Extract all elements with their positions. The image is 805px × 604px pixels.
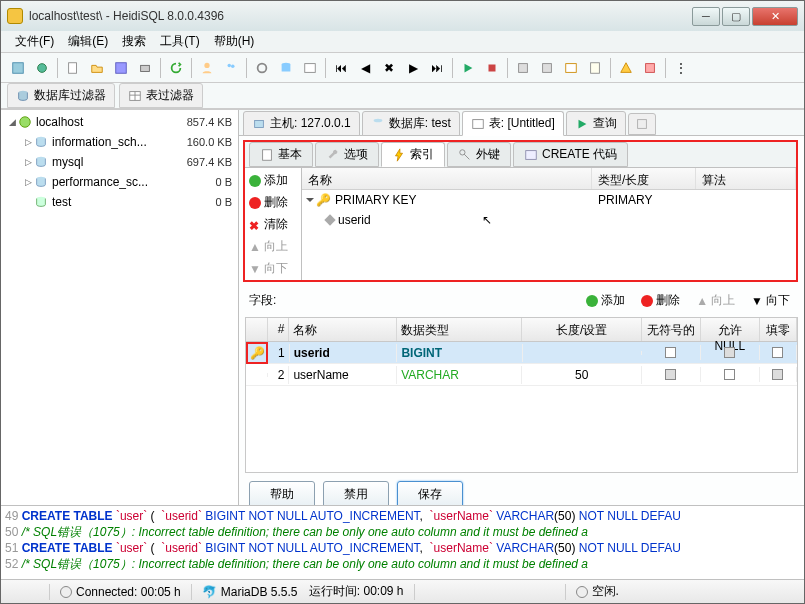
tool-run-icon[interactable] [457, 57, 479, 79]
tool-db-icon[interactable] [275, 57, 297, 79]
col-header-zerofill[interactable]: 填零 [760, 318, 797, 341]
expand-icon[interactable]: ▷ [23, 137, 34, 148]
subtab-indexes[interactable]: 索引 [381, 142, 445, 167]
column-row-userid[interactable]: 🔑 1 userid BIGINT [246, 342, 797, 364]
svg-rect-17 [646, 63, 655, 72]
subtab-create-code[interactable]: CREATE 代码 [513, 142, 628, 167]
tool-alert-icon[interactable] [615, 57, 637, 79]
tool-table-icon[interactable] [299, 57, 321, 79]
null-checkbox[interactable] [724, 369, 735, 380]
subtab-foreign-keys[interactable]: 外键 [447, 142, 511, 167]
help-button[interactable]: 帮助 [249, 481, 315, 505]
menu-edit[interactable]: 编辑(E) [62, 31, 114, 52]
menu-tools[interactable]: 工具(T) [154, 31, 205, 52]
expand-icon[interactable]: ▷ [23, 177, 34, 188]
menu-file[interactable]: 文件(F) [9, 31, 60, 52]
menu-help[interactable]: 帮助(H) [208, 31, 261, 52]
tool-print-icon[interactable] [134, 57, 156, 79]
field-delete-button[interactable]: 删除 [637, 290, 684, 311]
tool-new-file-icon[interactable] [62, 57, 84, 79]
expand-icon[interactable]: ▷ [23, 157, 34, 168]
close-button[interactable]: ✕ [752, 7, 798, 26]
collapse-icon[interactable]: ◢ [7, 117, 18, 128]
tool-import-icon[interactable] [536, 57, 558, 79]
zerofill-checkbox[interactable] [772, 369, 783, 380]
tab-database[interactable]: 数据库: test [362, 111, 460, 136]
tree-db-mysql[interactable]: ▷ mysql 697.4 KB [3, 152, 236, 172]
tool-refresh-icon[interactable] [165, 57, 187, 79]
menu-search[interactable]: 搜索 [116, 31, 152, 52]
tree-db-size: 0 B [215, 196, 232, 208]
tool-stop-icon[interactable] [481, 57, 503, 79]
unsigned-checkbox[interactable] [665, 347, 676, 358]
maximize-button[interactable]: ▢ [722, 7, 750, 26]
tool-prev-icon[interactable]: ◀ [354, 57, 376, 79]
tree-db-information-schema[interactable]: ▷ information_sch... 160.0 KB [3, 132, 236, 152]
col-type[interactable]: BIGINT [397, 344, 522, 362]
col-header-unsigned[interactable]: 无符号的 [642, 318, 701, 341]
tool-cancel-icon[interactable]: ✖ [378, 57, 400, 79]
index-add-button[interactable]: 添加 [247, 170, 299, 191]
index-row-primary-key[interactable]: 🔑PRIMARY KEY PRIMARY [302, 190, 796, 210]
column-row-username[interactable]: 2 userName VARCHAR 50 [246, 364, 797, 386]
index-column-row[interactable]: userid ↖ [302, 210, 796, 230]
save-button[interactable]: 保存 [397, 481, 463, 505]
col-header-key[interactable] [246, 318, 268, 341]
tool-users-icon[interactable] [220, 57, 242, 79]
triangle-down-icon: ▼ [249, 262, 261, 276]
col-name[interactable]: userName [289, 366, 397, 384]
col-header-null[interactable]: 允许NULL [701, 318, 760, 341]
index-grid[interactable]: 名称 类型/长度 算法 🔑PRIMARY KEY PRIMARY userid … [301, 168, 796, 280]
tool-log-icon[interactable] [639, 57, 661, 79]
tool-user-icon[interactable] [196, 57, 218, 79]
tool-more-icon[interactable]: ⋮ [670, 57, 692, 79]
expand-icon[interactable] [306, 198, 314, 202]
col-length[interactable] [523, 351, 642, 355]
tool-first-icon[interactable]: ⏮ [330, 57, 352, 79]
tool-export-icon[interactable] [512, 57, 534, 79]
tab-host[interactable]: 主机: 127.0.0.1 [243, 111, 360, 136]
tool-settings-icon[interactable] [251, 57, 273, 79]
col-header-name[interactable]: 名称 [289, 318, 397, 341]
col-type[interactable]: VARCHAR [397, 366, 522, 384]
index-delete-button[interactable]: 删除 [247, 192, 299, 213]
tree-db-performance-schema[interactable]: ▷ performance_sc... 0 B [3, 172, 236, 192]
field-down-button[interactable]: ▼向下 [747, 290, 794, 311]
col-header-type[interactable]: 数据类型 [397, 318, 522, 341]
tool-last-icon[interactable]: ⏭ [426, 57, 448, 79]
tool-connect-icon[interactable] [31, 57, 53, 79]
table-filter-tab[interactable]: 表过滤器 [119, 83, 203, 108]
disable-button[interactable]: 禁用 [323, 481, 389, 505]
tab-new[interactable] [628, 113, 656, 135]
tool-next-icon[interactable]: ▶ [402, 57, 424, 79]
null-checkbox[interactable] [724, 347, 735, 358]
col-header-num[interactable]: # [268, 318, 290, 341]
unsigned-checkbox[interactable] [665, 369, 676, 380]
sql-log[interactable]: 49 CREATE TABLE `user` ( `userid` BIGINT… [1, 505, 804, 579]
tool-save-icon[interactable] [110, 57, 132, 79]
index-clear-button[interactable]: ✖清除 [247, 214, 299, 235]
tool-calendar-icon[interactable] [560, 57, 582, 79]
field-add-button[interactable]: 添加 [582, 290, 629, 311]
tree-db-test[interactable]: ▷ test 0 B [3, 192, 236, 212]
tool-open-icon[interactable] [86, 57, 108, 79]
col-name[interactable]: userid [290, 344, 398, 362]
index-header-algorithm[interactable]: 算法 [696, 168, 796, 189]
object-tree[interactable]: ◢ localhost 857.4 KB ▷ information_sch..… [1, 110, 239, 505]
database-filter-tab[interactable]: 数据库过滤器 [7, 83, 115, 108]
subtab-options[interactable]: 选项 [315, 142, 379, 167]
tool-script-icon[interactable] [584, 57, 606, 79]
column-grid[interactable]: # 名称 数据类型 长度/设置 无符号的 允许NULL 填零 🔑 1 useri… [245, 317, 798, 473]
cylinder-icon [16, 89, 30, 103]
col-length[interactable]: 50 [522, 366, 641, 384]
tree-root[interactable]: ◢ localhost 857.4 KB [3, 112, 236, 132]
index-header-type[interactable]: 类型/长度 [592, 168, 696, 189]
tool-new-icon[interactable] [7, 57, 29, 79]
col-header-length[interactable]: 长度/设置 [522, 318, 641, 341]
subtab-basic[interactable]: 基本 [249, 142, 313, 167]
tab-table[interactable]: 表: [Untitled] [462, 111, 564, 136]
minimize-button[interactable]: ─ [692, 7, 720, 26]
zerofill-checkbox[interactable] [772, 347, 783, 358]
tab-query[interactable]: 查询 [566, 111, 626, 136]
index-header-name[interactable]: 名称 [302, 168, 592, 189]
